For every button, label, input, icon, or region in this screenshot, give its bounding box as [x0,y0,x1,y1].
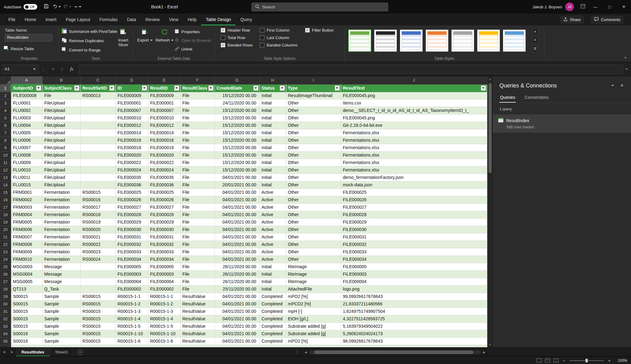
vertical-scrollbar[interactable]: ▲ ▼ [487,76,492,347]
cell-H14[interactable]: Initial [259,181,286,189]
cell-B27[interactable]: Message [42,278,80,285]
cell-E28[interactable]: FILE000002 [148,285,180,293]
row-header-25[interactable]: 25 [0,263,11,270]
cell-H30[interactable]: Completed [259,300,286,308]
scroll-right-arrow[interactable]: ▶ [481,351,487,354]
cell-I31[interactable]: mpH [-] [286,308,341,315]
column-header-F[interactable]: F [180,76,214,84]
cell-D26[interactable]: FILE000003 [115,270,148,278]
cell-H21[interactable]: Active [259,233,286,241]
cell-J16[interactable]: FILE000026 [341,196,487,203]
cell-A9[interactable]: FLU0007 [11,144,42,151]
cell-E18[interactable]: FILE000028 [148,211,180,218]
cell-H2[interactable]: Initial [259,92,286,99]
export-button[interactable]: Export [136,26,154,55]
cell-E20[interactable]: FILE000030 [148,226,180,233]
row-header-21[interactable]: 21 [0,233,11,241]
cell-H31[interactable]: Completed [259,308,286,315]
insert-function-button[interactable]: fx [67,64,76,74]
cell-I24[interactable]: Other [286,255,341,263]
cell-G3[interactable]: 24/11/2020 00.00 [214,99,259,107]
row-header-12[interactable]: 12 [0,166,11,174]
cell-F18[interactable]: File [180,211,214,218]
checkbox-last-column[interactable]: Last Column [260,35,298,40]
cell-F14[interactable]: File [180,181,214,189]
cell-D3[interactable]: FILE000001 [115,99,148,107]
cell-H25[interactable]: Initial [259,263,286,270]
table-name-input[interactable]: ResultIndex [5,34,52,42]
pane-tab-queries[interactable]: Queries [499,93,516,103]
cell-D11[interactable]: FILE000022 [115,159,148,166]
cell-D8[interactable]: FILE000016 [115,136,148,144]
cell-J25[interactable]: FILE000005 [341,263,487,270]
cell-H36[interactable] [259,345,286,347]
cell-F35[interactable]: ResultValue [180,337,214,345]
checkbox-filter-button[interactable]: ✓Filter Button [305,28,334,33]
cell-E35[interactable]: R00015-1-6 [148,337,180,345]
cell-A18[interactable]: FRM0004 [11,211,42,218]
table-style-green-light[interactable] [348,29,371,52]
cell-B30[interactable]: Sample [42,300,80,308]
cell-C22[interactable]: RS00022 [80,241,115,248]
scroll-up-arrow[interactable]: ▲ [488,76,492,82]
column-header-E[interactable]: E [148,76,180,84]
filter-button-subjectid[interactable] [36,86,41,91]
cell-A14[interactable]: FLU0015 [11,181,42,189]
row-header-18[interactable]: 18 [0,211,11,218]
table-header-resultid[interactable]: ResultID [148,84,180,92]
cell-G14[interactable]: 20/01/2021 00.00 [214,181,259,189]
cell-E22[interactable]: FILE000032 [148,241,180,248]
cell-I11[interactable]: Other [286,159,341,166]
cell-G10[interactable]: 15/12/2020 00.00 [214,151,259,159]
filter-button-type[interactable] [335,86,340,91]
cell-A3[interactable]: FLU0001 [11,99,42,107]
zoom-out-button[interactable]: − [562,358,566,363]
cell-H28[interactable]: Initial [259,285,286,293]
zoom-in-button[interactable]: + [607,358,611,363]
cell-G27[interactable]: 26/11/2020 00.00 [214,278,259,285]
cell-E13[interactable]: FILE000035 [148,174,180,181]
cell-I29[interactable]: mPO2 [%] [286,293,341,300]
cell-C3[interactable] [80,99,115,107]
cell-D19[interactable]: FILE000029 [115,218,148,226]
cell-F21[interactable]: File [180,233,214,241]
cell-A2[interactable]: FILE000008 [11,92,42,99]
cell-J36[interactable] [341,345,487,347]
checkbox-header-row[interactable]: ✓Header Row [221,28,253,33]
cell-F30[interactable]: ResultValue [180,300,214,308]
cell-E8[interactable]: FILE000016 [148,136,180,144]
cell-D34[interactable]: R00015-1-10 [115,330,148,337]
cell-E23[interactable]: FILE000033 [148,248,180,255]
cell-B32[interactable]: Sample [42,315,80,322]
row-header-10[interactable]: 10 [0,151,11,159]
cell-A26[interactable]: MSG0004 [11,270,42,278]
table-header-resultclass[interactable]: ResultClass [180,84,214,92]
cell-C20[interactable]: RS00020 [80,226,115,233]
cell-C26[interactable] [80,270,115,278]
scroll-left-arrow[interactable]: ◀ [303,351,309,354]
filter-button-id[interactable] [142,86,147,91]
cell-I34[interactable]: Substrate added [g] [286,330,341,337]
cell-B35[interactable]: Sample [42,337,80,345]
cell-J9[interactable]: Fermentations.xlsx [341,144,487,151]
cell-E16[interactable]: FILE000026 [148,196,180,203]
cell-J17[interactable]: FILE000027 [341,203,487,211]
cell-G22[interactable]: 04/01/2021 00.00 [214,241,259,248]
cell-C28[interactable] [80,285,115,293]
cell-H17[interactable]: Active [259,203,286,211]
cell-A7[interactable]: FLU0005 [11,129,42,136]
cell-C15[interactable]: RS00015 [80,189,115,196]
zoom-level[interactable]: 100% [615,358,627,363]
cell-C29[interactable]: RS00015 [80,293,115,300]
cell-H11[interactable]: Initial [259,159,286,166]
cell-G6[interactable]: 15/12/2020 00.00 [214,122,259,129]
table-style-blue[interactable] [400,29,423,52]
horizontal-scrollbar-track[interactable] [309,350,481,354]
cell-D21[interactable]: FILE000031 [115,233,148,241]
cell-J23[interactable]: FILE000033 [341,248,487,255]
cell-C10[interactable] [80,151,115,159]
cell-B4[interactable]: FileUpload [42,107,80,114]
row-header-2[interactable]: 2 [0,92,11,99]
cell-C16[interactable]: RS00016 [80,196,115,203]
tab-bar-splitter[interactable]: ⋮ [295,348,299,357]
